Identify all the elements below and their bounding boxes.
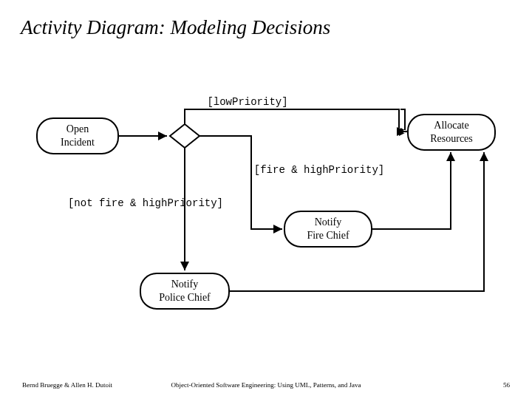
- decision-node: [170, 124, 200, 148]
- node-allocate-resources-line1: Allocate: [434, 120, 468, 131]
- edge-decision-to-allocate: [185, 109, 408, 132]
- svg-marker-1: [170, 124, 200, 148]
- node-notify-fire-chief-line1: Notify: [315, 216, 342, 228]
- node-notify-fire-chief-line2: Fire Chief: [307, 230, 349, 241]
- node-allocate-resources: Allocate Resources: [408, 115, 495, 150]
- slide-page: Activity Diagram: Modeling Decisions Ope…: [0, 0, 532, 399]
- footer-page-number: 56: [503, 381, 510, 389]
- node-notify-police-chief-line1: Notify: [171, 279, 199, 290]
- activity-diagram: Open Incident Allocate Resources Notify …: [0, 0, 532, 399]
- guard-not-fire-high: [not fire & highPriority]: [68, 197, 223, 209]
- node-open-incident-line2: Incident: [61, 137, 95, 148]
- node-open-incident: Open Incident: [37, 118, 118, 154]
- guard-fire-high: [fire & highPriority]: [254, 164, 384, 176]
- node-notify-police-chief-line2: Police Chief: [159, 292, 211, 303]
- edge-low-priority: [185, 109, 406, 132]
- node-allocate-resources-line2: Resources: [430, 133, 473, 144]
- footer-book: Object-Oriented Software Engineering: Us…: [0, 381, 532, 389]
- node-open-incident-line1: Open: [66, 123, 89, 134]
- edge-fire-high: [200, 136, 282, 229]
- guard-low-priority: [lowPriority]: [207, 96, 287, 108]
- node-notify-fire-chief: Notify Fire Chief: [284, 211, 372, 247]
- node-notify-police-chief: Notify Police Chief: [140, 273, 229, 309]
